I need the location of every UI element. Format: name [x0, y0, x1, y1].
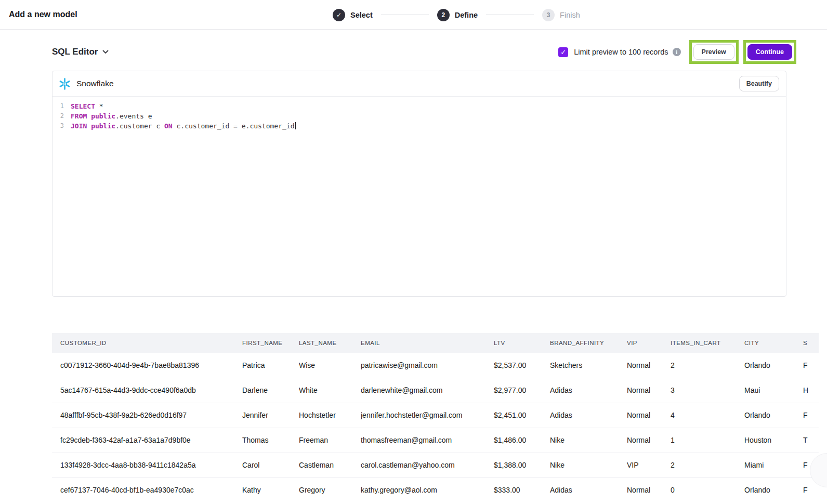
- code-text: JOIN public.customer c ON c.customer_id …: [71, 121, 296, 131]
- table-cell: Patrica: [234, 353, 291, 378]
- line-number: 1: [52, 101, 64, 111]
- column-header: ITEMS_IN_CART: [662, 333, 736, 353]
- step-define: 2Define: [437, 9, 478, 21]
- table-cell: Orlando: [736, 353, 795, 378]
- code-line: 1SELECT *: [52, 101, 786, 111]
- sql-code-editor[interactable]: 1SELECT *2FROM public.events e3JOIN publ…: [52, 97, 786, 131]
- info-icon[interactable]: i: [673, 48, 681, 56]
- table-cell: cef67137-7046-40cd-bf1b-ea4930e7c0ac: [52, 478, 234, 502]
- step-label: Define: [455, 11, 478, 19]
- table-cell: jennifer.hochstetler@gmail.com: [352, 403, 485, 428]
- table-cell: Jennifer: [234, 403, 291, 428]
- table-cell: Thomas: [234, 428, 291, 453]
- table-cell: $2,537.00: [485, 353, 542, 378]
- table-cell: Nike: [542, 453, 619, 478]
- table-cell: 1: [662, 428, 736, 453]
- step-finish: 3Finish: [542, 9, 580, 21]
- limit-preview-checkbox[interactable]: ✓: [558, 47, 568, 57]
- column-header: EMAIL: [352, 333, 485, 353]
- table-cell: darlenewhite@gmail.com: [352, 378, 485, 403]
- sql-editor-card: Snowflake Beautify 1SELECT *2FROM public…: [52, 71, 786, 297]
- toolbar-actions: ✓ Limit preview to 100 records i Preview…: [558, 40, 796, 64]
- step-select: ✓Select: [333, 9, 373, 21]
- continue-button[interactable]: Continue: [747, 44, 792, 60]
- column-header: LAST_NAME: [291, 333, 352, 353]
- page-title: Add a new model: [9, 10, 77, 19]
- snowflake-icon: [58, 77, 71, 90]
- code-line: 2FROM public.events e: [52, 111, 786, 121]
- code-text: FROM public.events e: [71, 111, 152, 121]
- table-cell: Normal: [619, 428, 662, 453]
- table-cell: Sketchers: [542, 353, 619, 378]
- table-cell: fc29cdeb-f363-42af-a1a7-63a1a7d9bf0e: [52, 428, 234, 453]
- table-cell: Gregory: [291, 478, 352, 502]
- table-row: c0071912-3660-404d-9e4b-7bae8ba81396Patr…: [52, 353, 819, 378]
- column-header: CITY: [736, 333, 795, 353]
- table-cell: Adidas: [542, 478, 619, 502]
- table-row: 48afffbf-95cb-438f-9a2b-626ed0d16f97Jenn…: [52, 403, 819, 428]
- table-row: 133f4928-3dcc-4aa8-bb38-9411c1842a5aCaro…: [52, 453, 819, 478]
- table-cell: Normal: [619, 353, 662, 378]
- line-number: 3: [52, 121, 64, 131]
- column-header: FIRST_NAME: [234, 333, 291, 353]
- line-number: 2: [52, 111, 64, 121]
- table-cell: thomasfreeman@gmail.com: [352, 428, 485, 453]
- table-cell: 5ac14767-615a-44d3-9ddc-cce490f6a0db: [52, 378, 234, 403]
- editor-toolbar: SQL Editor ✓ Limit preview to 100 record…: [52, 39, 796, 65]
- table-row: cef67137-7046-40cd-bf1b-ea4930e7c0acKath…: [52, 478, 819, 502]
- editor-type-label: SQL Editor: [52, 47, 98, 57]
- beautify-button[interactable]: Beautify: [739, 76, 779, 91]
- step-check-icon: ✓: [333, 9, 345, 21]
- table-cell: Miami: [736, 453, 795, 478]
- step-number: 3: [542, 9, 555, 21]
- table-cell: Darlene: [234, 378, 291, 403]
- code-line: 3JOIN public.customer c ON c.customer_id…: [52, 121, 786, 131]
- table-cell: 3: [662, 378, 736, 403]
- table-cell: $1,486.00: [485, 428, 542, 453]
- table-row: 5ac14767-615a-44d3-9ddc-cce490f6a0dbDarl…: [52, 378, 819, 403]
- table-cell: F: [795, 403, 819, 428]
- table-cell: kathy.gregory@aol.com: [352, 478, 485, 502]
- table-cell: Houston: [736, 428, 795, 453]
- table-cell: c0071912-3660-404d-9e4b-7bae8ba81396: [52, 353, 234, 378]
- table-cell: 4: [662, 403, 736, 428]
- table-cell: F: [795, 353, 819, 378]
- step-number: 2: [437, 9, 450, 21]
- step-label: Select: [350, 11, 373, 19]
- table-cell: Maui: [736, 378, 795, 403]
- limit-preview-label: Limit preview to 100 records: [574, 48, 668, 56]
- table-cell: Hochstetler: [291, 403, 352, 428]
- table-row: fc29cdeb-f363-42af-a1a7-63a1a7d9bf0eThom…: [52, 428, 819, 453]
- step-connector: [381, 15, 429, 16]
- table-cell: Orlando: [736, 478, 795, 502]
- table-cell: VIP: [619, 453, 662, 478]
- table-cell: Nike: [542, 428, 619, 453]
- table-cell: Adidas: [542, 378, 619, 403]
- table-cell: Castleman: [291, 453, 352, 478]
- editor-type-dropdown[interactable]: SQL Editor: [52, 47, 109, 57]
- connector-info: Snowflake: [58, 77, 114, 90]
- preview-table-container: CUSTOMER_IDFIRST_NAMELAST_NAMEEMAILLTVBR…: [52, 333, 819, 502]
- table-cell: 2: [662, 353, 736, 378]
- step-label: Finish: [560, 11, 580, 19]
- table-cell: 133f4928-3dcc-4aa8-bb38-9411c1842a5a: [52, 453, 234, 478]
- table-cell: Wise: [291, 353, 352, 378]
- column-header: VIP: [619, 333, 662, 353]
- table-cell: $2,977.00: [485, 378, 542, 403]
- stepper: ✓Select2Define3Finish: [333, 0, 580, 30]
- code-text: SELECT *: [71, 101, 103, 111]
- chevron-down-icon: [102, 50, 109, 54]
- table-cell: Kathy: [234, 478, 291, 502]
- continue-highlight-box: Continue: [743, 40, 796, 64]
- column-header: LTV: [485, 333, 542, 353]
- table-cell: Normal: [619, 403, 662, 428]
- table-cell: Normal: [619, 378, 662, 403]
- table-cell: Orlando: [736, 403, 795, 428]
- connector-name: Snowflake: [76, 79, 114, 88]
- table-cell: T: [795, 428, 819, 453]
- preview-button[interactable]: Preview: [693, 44, 734, 60]
- table-cell: Freeman: [291, 428, 352, 453]
- top-bar: Add a new model ✓Select2Define3Finish: [0, 0, 827, 30]
- column-header: BRAND_AFFINITY: [542, 333, 619, 353]
- column-header: S: [795, 333, 819, 353]
